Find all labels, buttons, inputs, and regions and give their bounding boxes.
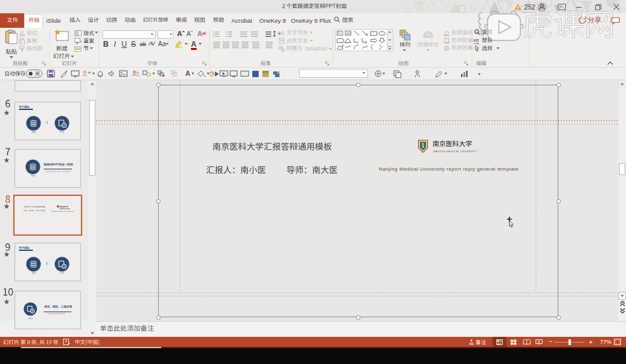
svg-text:A: A: [185, 70, 190, 77]
